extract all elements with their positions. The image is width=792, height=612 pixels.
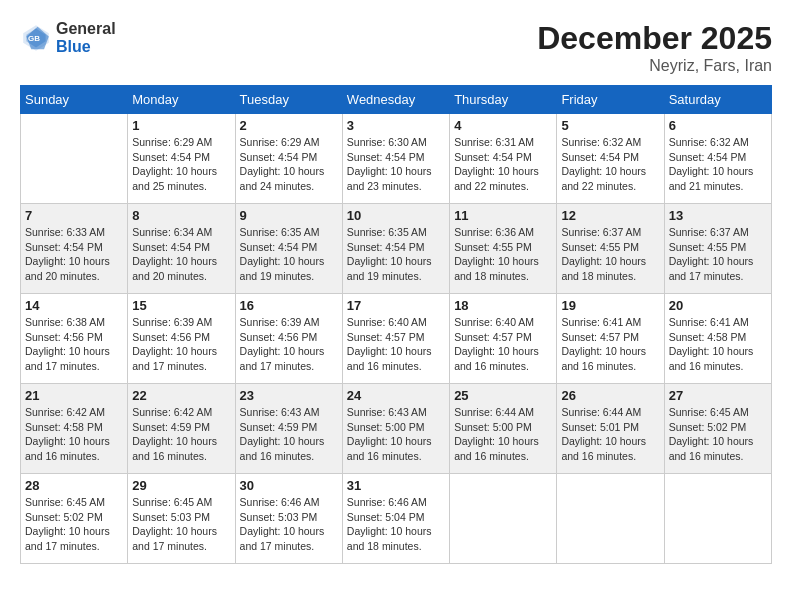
day-info: Sunrise: 6:35 AMSunset: 4:54 PMDaylight:… — [240, 225, 338, 284]
day-number: 13 — [669, 208, 767, 223]
calendar-cell: 28Sunrise: 6:45 AMSunset: 5:02 PMDayligh… — [21, 474, 128, 564]
day-info: Sunrise: 6:40 AMSunset: 4:57 PMDaylight:… — [454, 315, 552, 374]
calendar-cell: 1Sunrise: 6:29 AMSunset: 4:54 PMDaylight… — [128, 114, 235, 204]
day-number: 24 — [347, 388, 445, 403]
day-number: 28 — [25, 478, 123, 493]
day-number: 15 — [132, 298, 230, 313]
calendar-cell: 29Sunrise: 6:45 AMSunset: 5:03 PMDayligh… — [128, 474, 235, 564]
day-info: Sunrise: 6:34 AMSunset: 4:54 PMDaylight:… — [132, 225, 230, 284]
day-number: 1 — [132, 118, 230, 133]
calendar-cell: 6Sunrise: 6:32 AMSunset: 4:54 PMDaylight… — [664, 114, 771, 204]
calendar-cell: 7Sunrise: 6:33 AMSunset: 4:54 PMDaylight… — [21, 204, 128, 294]
day-info: Sunrise: 6:37 AMSunset: 4:55 PMDaylight:… — [669, 225, 767, 284]
day-info: Sunrise: 6:29 AMSunset: 4:54 PMDaylight:… — [132, 135, 230, 194]
day-info: Sunrise: 6:45 AMSunset: 5:02 PMDaylight:… — [669, 405, 767, 464]
calendar-cell: 14Sunrise: 6:38 AMSunset: 4:56 PMDayligh… — [21, 294, 128, 384]
day-number: 14 — [25, 298, 123, 313]
calendar-cell: 19Sunrise: 6:41 AMSunset: 4:57 PMDayligh… — [557, 294, 664, 384]
logo-blue: Blue — [56, 38, 116, 56]
calendar-cell: 3Sunrise: 6:30 AMSunset: 4:54 PMDaylight… — [342, 114, 449, 204]
day-info: Sunrise: 6:29 AMSunset: 4:54 PMDaylight:… — [240, 135, 338, 194]
day-info: Sunrise: 6:43 AMSunset: 4:59 PMDaylight:… — [240, 405, 338, 464]
day-header-tuesday: Tuesday — [235, 86, 342, 114]
calendar-table: SundayMondayTuesdayWednesdayThursdayFrid… — [20, 85, 772, 564]
day-number: 4 — [454, 118, 552, 133]
day-info: Sunrise: 6:44 AMSunset: 5:01 PMDaylight:… — [561, 405, 659, 464]
day-header-saturday: Saturday — [664, 86, 771, 114]
location: Neyriz, Fars, Iran — [537, 57, 772, 75]
day-info: Sunrise: 6:42 AMSunset: 4:59 PMDaylight:… — [132, 405, 230, 464]
day-number: 6 — [669, 118, 767, 133]
title-block: December 2025 Neyriz, Fars, Iran — [537, 20, 772, 75]
day-number: 5 — [561, 118, 659, 133]
day-info: Sunrise: 6:31 AMSunset: 4:54 PMDaylight:… — [454, 135, 552, 194]
calendar-cell: 31Sunrise: 6:46 AMSunset: 5:04 PMDayligh… — [342, 474, 449, 564]
calendar-cell: 13Sunrise: 6:37 AMSunset: 4:55 PMDayligh… — [664, 204, 771, 294]
calendar-cell: 17Sunrise: 6:40 AMSunset: 4:57 PMDayligh… — [342, 294, 449, 384]
day-info: Sunrise: 6:42 AMSunset: 4:58 PMDaylight:… — [25, 405, 123, 464]
calendar-cell — [557, 474, 664, 564]
day-info: Sunrise: 6:40 AMSunset: 4:57 PMDaylight:… — [347, 315, 445, 374]
logo-general: General — [56, 20, 116, 38]
day-number: 21 — [25, 388, 123, 403]
day-header-wednesday: Wednesday — [342, 86, 449, 114]
day-number: 30 — [240, 478, 338, 493]
calendar-cell: 30Sunrise: 6:46 AMSunset: 5:03 PMDayligh… — [235, 474, 342, 564]
day-number: 7 — [25, 208, 123, 223]
day-number: 18 — [454, 298, 552, 313]
day-info: Sunrise: 6:37 AMSunset: 4:55 PMDaylight:… — [561, 225, 659, 284]
day-info: Sunrise: 6:33 AMSunset: 4:54 PMDaylight:… — [25, 225, 123, 284]
day-header-sunday: Sunday — [21, 86, 128, 114]
day-number: 29 — [132, 478, 230, 493]
day-info: Sunrise: 6:39 AMSunset: 4:56 PMDaylight:… — [132, 315, 230, 374]
logo-text: General Blue — [56, 20, 116, 56]
day-info: Sunrise: 6:36 AMSunset: 4:55 PMDaylight:… — [454, 225, 552, 284]
day-number: 22 — [132, 388, 230, 403]
calendar-cell: 2Sunrise: 6:29 AMSunset: 4:54 PMDaylight… — [235, 114, 342, 204]
day-info: Sunrise: 6:35 AMSunset: 4:54 PMDaylight:… — [347, 225, 445, 284]
day-header-monday: Monday — [128, 86, 235, 114]
calendar-cell — [664, 474, 771, 564]
day-info: Sunrise: 6:38 AMSunset: 4:56 PMDaylight:… — [25, 315, 123, 374]
day-info: Sunrise: 6:43 AMSunset: 5:00 PMDaylight:… — [347, 405, 445, 464]
calendar-cell: 24Sunrise: 6:43 AMSunset: 5:00 PMDayligh… — [342, 384, 449, 474]
day-number: 26 — [561, 388, 659, 403]
day-number: 23 — [240, 388, 338, 403]
day-number: 31 — [347, 478, 445, 493]
calendar-header-row: SundayMondayTuesdayWednesdayThursdayFrid… — [21, 86, 772, 114]
day-header-thursday: Thursday — [450, 86, 557, 114]
day-info: Sunrise: 6:30 AMSunset: 4:54 PMDaylight:… — [347, 135, 445, 194]
day-info: Sunrise: 6:44 AMSunset: 5:00 PMDaylight:… — [454, 405, 552, 464]
day-number: 9 — [240, 208, 338, 223]
calendar-cell: 21Sunrise: 6:42 AMSunset: 4:58 PMDayligh… — [21, 384, 128, 474]
calendar-cell: 20Sunrise: 6:41 AMSunset: 4:58 PMDayligh… — [664, 294, 771, 384]
calendar-week-row: 1Sunrise: 6:29 AMSunset: 4:54 PMDaylight… — [21, 114, 772, 204]
calendar-cell: 10Sunrise: 6:35 AMSunset: 4:54 PMDayligh… — [342, 204, 449, 294]
month-year: December 2025 — [537, 20, 772, 57]
day-number: 10 — [347, 208, 445, 223]
calendar-cell: 22Sunrise: 6:42 AMSunset: 4:59 PMDayligh… — [128, 384, 235, 474]
calendar-week-row: 14Sunrise: 6:38 AMSunset: 4:56 PMDayligh… — [21, 294, 772, 384]
calendar-cell: 26Sunrise: 6:44 AMSunset: 5:01 PMDayligh… — [557, 384, 664, 474]
calendar-cell: 5Sunrise: 6:32 AMSunset: 4:54 PMDaylight… — [557, 114, 664, 204]
calendar-cell — [450, 474, 557, 564]
day-info: Sunrise: 6:41 AMSunset: 4:57 PMDaylight:… — [561, 315, 659, 374]
day-number: 2 — [240, 118, 338, 133]
day-info: Sunrise: 6:41 AMSunset: 4:58 PMDaylight:… — [669, 315, 767, 374]
logo-icon: GB — [20, 22, 52, 54]
calendar-cell: 4Sunrise: 6:31 AMSunset: 4:54 PMDaylight… — [450, 114, 557, 204]
day-number: 25 — [454, 388, 552, 403]
day-info: Sunrise: 6:39 AMSunset: 4:56 PMDaylight:… — [240, 315, 338, 374]
day-info: Sunrise: 6:45 AMSunset: 5:03 PMDaylight:… — [132, 495, 230, 554]
day-number: 11 — [454, 208, 552, 223]
day-info: Sunrise: 6:46 AMSunset: 5:03 PMDaylight:… — [240, 495, 338, 554]
day-number: 19 — [561, 298, 659, 313]
calendar-cell: 27Sunrise: 6:45 AMSunset: 5:02 PMDayligh… — [664, 384, 771, 474]
calendar-week-row: 21Sunrise: 6:42 AMSunset: 4:58 PMDayligh… — [21, 384, 772, 474]
day-info: Sunrise: 6:32 AMSunset: 4:54 PMDaylight:… — [561, 135, 659, 194]
logo: GB General Blue — [20, 20, 116, 56]
page-header: GB General Blue December 2025 Neyriz, Fa… — [20, 20, 772, 75]
calendar-week-row: 7Sunrise: 6:33 AMSunset: 4:54 PMDaylight… — [21, 204, 772, 294]
day-number: 20 — [669, 298, 767, 313]
calendar-cell: 9Sunrise: 6:35 AMSunset: 4:54 PMDaylight… — [235, 204, 342, 294]
